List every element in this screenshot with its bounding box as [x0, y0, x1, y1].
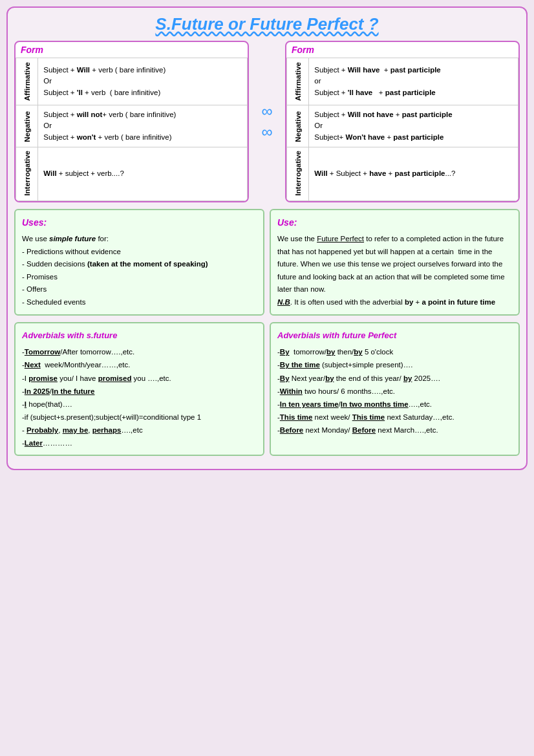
infinity-icon-top: ∞ [261, 102, 272, 120]
table-row: Interrogative Will + Subject + have + pa… [287, 147, 518, 200]
simple-future-table: Form Affirmative Subject + Will + verb (… [14, 41, 249, 202]
adv-perfect-items: -By tomorrow/by then/by 5 o'clock -By th… [277, 345, 512, 437]
interrogative-label: Interrogative [16, 147, 38, 200]
negative-content: Subject + will not+ verb ( bare infiniti… [38, 105, 248, 147]
uses-section: Uses: We use simple future for: - Predic… [14, 209, 520, 316]
simple-future-form-label: Form [16, 42, 248, 58]
future-perfect-grammar-table: Affirmative Subject + Will have + past p… [286, 58, 518, 201]
simple-future-grammar-table: Affirmative Subject + Will + verb ( bare… [16, 58, 248, 201]
top-section: Form Affirmative Subject + Will + verb (… [14, 41, 520, 202]
table-row: Negative Subject + will not+ verb ( bare… [16, 105, 248, 147]
adv-simple-items: -Tomorrow/After tomorrow….,etc. -Next we… [22, 345, 257, 449]
table-row: Negative Subject + Will not have + past … [287, 105, 518, 147]
future-perfect-form-label: Form [286, 42, 518, 58]
fp-negative-label: Negative [287, 105, 309, 147]
adv-perfect-box: Adverbials with future Perfect -By tomor… [270, 322, 520, 457]
uses-perfect-content: We use the Future Perfect to refer to a … [277, 233, 512, 308]
adverbials-section: Adverbials with s.future -Tomorrow/After… [14, 322, 520, 457]
uses-simple-content: We use simple future for: - Predictions … [22, 233, 257, 308]
fp-negative-content: Subject + Will not have + past participl… [309, 105, 518, 147]
adv-simple-title: Adverbials with s.future [22, 329, 257, 343]
table-row: Affirmative Subject + Will + verb ( bare… [16, 58, 248, 105]
interrogative-content: Will + subject + verb....? [38, 147, 248, 200]
fp-affirmative-content: Subject + Will have + past participle or… [309, 58, 518, 105]
negative-label: Negative [16, 105, 38, 147]
affirmative-content: Subject + Will + verb ( bare infinitive)… [38, 58, 248, 105]
affirmative-label: Affirmative [16, 58, 38, 105]
adv-simple-box: Adverbials with s.future -Tomorrow/After… [14, 322, 264, 457]
uses-perfect-title: Use: [277, 215, 512, 231]
future-perfect-table: Form Affirmative Subject + Will have + p… [285, 41, 520, 202]
adv-perfect-title: Adverbials with future Perfect [277, 329, 512, 343]
fp-affirmative-label: Affirmative [287, 58, 309, 105]
infinity-icon-bottom: ∞ [261, 123, 272, 141]
fp-interrogative-label: Interrogative [287, 147, 309, 200]
table-row: Affirmative Subject + Will have + past p… [287, 58, 518, 105]
page: S.Future or Future Perfect ? Form Affirm… [6, 6, 528, 470]
uses-simple-title: Uses: [22, 215, 257, 231]
page-title: S.Future or Future Perfect ? [14, 14, 520, 34]
fp-interrogative-content: Will + Subject + have + past participle.… [309, 147, 518, 200]
table-row: Interrogative Will + subject + verb....? [16, 147, 248, 200]
uses-simple-box: Uses: We use simple future for: - Predic… [14, 209, 264, 316]
uses-perfect-box: Use: We use the Future Perfect to refer … [270, 209, 520, 316]
center-icons: ∞ ∞ [254, 41, 280, 202]
